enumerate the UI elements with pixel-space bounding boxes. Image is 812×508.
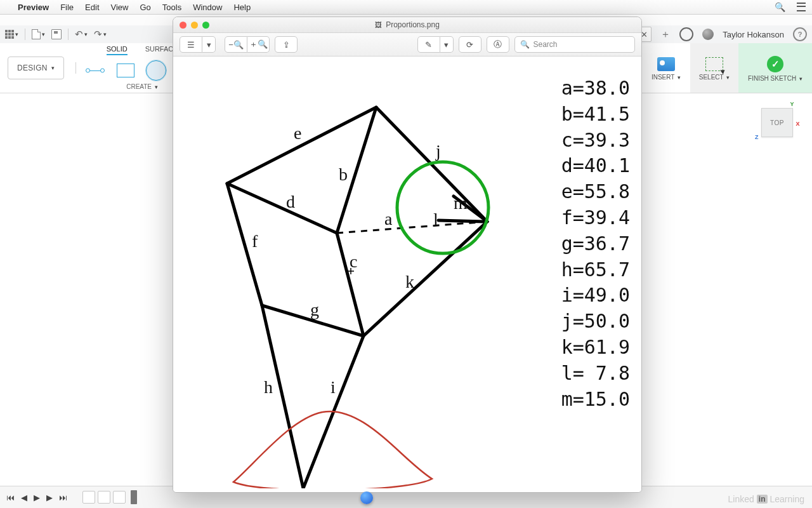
svg-text:h: h <box>264 377 273 397</box>
search-placeholder: Search <box>534 40 558 49</box>
linkedin-learning-watermark: Linked in Learning <box>728 494 804 504</box>
check-icon: ✓ <box>767 56 783 72</box>
sidebar-button[interactable]: ☰ <box>180 36 202 53</box>
svg-text:j: j <box>435 141 441 161</box>
menu-extras-icon[interactable] <box>797 3 806 11</box>
save-button[interactable] <box>51 29 62 39</box>
svg-text:i: i <box>331 377 336 397</box>
menu-window[interactable]: Window <box>193 3 222 12</box>
zoom-in-button[interactable]: ＋🔍 <box>247 36 270 53</box>
new-tab-button[interactable]: ＋ <box>660 28 671 41</box>
svg-text:e: e <box>294 123 301 143</box>
menu-view[interactable]: View <box>111 3 129 12</box>
rectangle-tool[interactable] <box>117 64 134 77</box>
menu-help[interactable]: Help <box>233 3 251 12</box>
tab-solid[interactable]: SOLID <box>107 45 128 55</box>
insert-menu[interactable]: INSERT ▾ <box>642 43 690 93</box>
line-tool[interactable] <box>85 64 105 77</box>
menu-go[interactable]: Go <box>140 3 150 12</box>
search-field[interactable]: 🔍 Search <box>514 36 636 53</box>
image-file-icon: 🖼 <box>375 21 382 29</box>
svg-text:g: g <box>310 300 319 319</box>
annotate-button[interactable]: Ⓐ <box>487 36 509 53</box>
timeline-end-button[interactable]: ⏭ <box>59 493 67 502</box>
zoom-out-button[interactable]: −🔍 <box>225 36 247 53</box>
extensions-icon[interactable] <box>679 27 693 41</box>
preview-content: a=38.0 b=41.5 c=39.3 d=40.1 e=55.8 f=39.… <box>173 57 641 493</box>
preview-window: 🖼 Proportions.png ☰ ▾ −🔍 ＋🔍 ⇪ ✎ ▾ ⟳ Ⓐ 🔍 … <box>173 17 642 493</box>
workspace-label: DESIGN <box>17 64 48 72</box>
help-button[interactable]: ? <box>793 27 807 41</box>
svg-text:c: c <box>350 251 357 271</box>
proportions-values: a=38.0 b=41.5 c=39.3 d=40.1 e=55.8 f=39.… <box>561 76 630 412</box>
finish-sketch-button[interactable]: ✓ FINISH SKETCH ▾ <box>738 43 812 93</box>
app-menu[interactable]: Preview <box>18 3 49 12</box>
account-name[interactable]: Taylor Hokanson <box>723 30 784 39</box>
select-icon <box>705 57 723 71</box>
create-label[interactable]: CREATE▾ <box>126 83 158 90</box>
undo-button[interactable]: ↶▾ <box>75 29 88 40</box>
base-outline <box>233 411 432 488</box>
select-menu[interactable]: SELECT ▾ <box>690 43 738 93</box>
svg-text:m: m <box>454 193 468 213</box>
sidebar-menu-button[interactable]: ▾ <box>202 36 216 53</box>
preview-toolbar: ☰ ▾ −🔍 ＋🔍 ⇪ ✎ ▾ ⟳ Ⓐ 🔍 Search <box>173 33 641 57</box>
redo-button[interactable]: ↷▾ <box>94 29 107 40</box>
new-doc-button[interactable]: ▾ <box>32 29 45 39</box>
svg-text:k: k <box>405 272 414 291</box>
timeline-playhead[interactable] <box>131 490 137 504</box>
watermark-orb-icon <box>360 491 373 504</box>
job-status-icon[interactable] <box>702 29 714 40</box>
spotlight-icon[interactable]: 🔍 <box>775 2 785 12</box>
svg-text:d: d <box>286 192 295 211</box>
minimize-window-button[interactable] <box>191 22 198 29</box>
markup-button[interactable]: ✎ <box>417 36 440 53</box>
timeline-start-button[interactable]: ⏮ <box>6 493 15 502</box>
menu-edit[interactable]: Edit <box>85 3 99 12</box>
svg-text:l: l <box>433 210 438 229</box>
svg-text:a: a <box>384 209 393 229</box>
svg-text:f: f <box>252 231 258 251</box>
timeline-steps[interactable] <box>82 490 137 504</box>
view-cube[interactable]: TOP X Z Y <box>761 108 793 137</box>
timeline-prev-button[interactable]: ◀ <box>21 493 27 502</box>
circle-tool[interactable] <box>146 60 166 81</box>
data-panel-button[interactable]: ▾ <box>5 30 18 39</box>
timeline-next-button[interactable]: ▶ <box>46 493 53 502</box>
svg-text:b: b <box>339 164 348 184</box>
zoom-window-button[interactable] <box>202 22 209 29</box>
share-button[interactable]: ⇪ <box>275 36 298 53</box>
markup-menu-button[interactable]: ▾ <box>440 36 454 53</box>
preview-titlebar[interactable]: 🖼 Proportions.png <box>173 17 641 33</box>
timeline-play-button[interactable]: ▶ <box>34 493 40 502</box>
close-window-button[interactable] <box>180 22 187 29</box>
mac-menubar: Preview File Edit View Go Tools Window H… <box>0 0 812 15</box>
proportions-diagram: e b a d f c g k h i j l m <box>173 57 528 488</box>
workspace-switcher[interactable]: DESIGN ▾ <box>8 57 64 79</box>
window-title: Proportions.png <box>386 20 440 29</box>
menu-file[interactable]: File <box>60 3 74 12</box>
menu-tools[interactable]: Tools <box>162 3 181 12</box>
search-icon: 🔍 <box>520 40 530 49</box>
insert-icon <box>657 57 675 71</box>
rotate-button[interactable]: ⟳ <box>459 36 481 53</box>
